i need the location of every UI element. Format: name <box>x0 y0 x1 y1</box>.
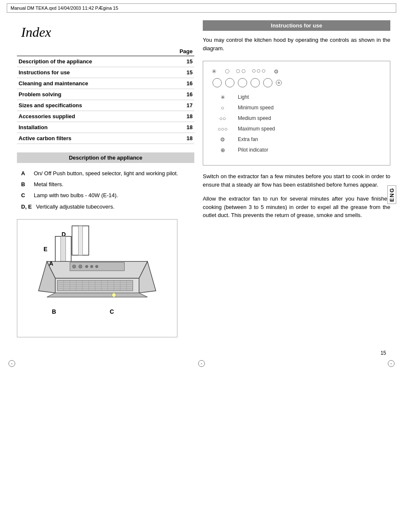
desc-item-text: Lamp with two bulbs - 40W (E-14). <box>34 192 194 199</box>
light-symbol-top: ✳ <box>212 68 217 75</box>
desc-list-item: C Lamp with two bulbs - 40W (E-14). <box>21 192 194 199</box>
desc-list-item: D, E Vertically adjustable tubecovers. <box>21 203 194 211</box>
index-item-label: Active carbon filters <box>17 133 163 144</box>
svg-rect-1 <box>78 226 82 255</box>
main-content: Index Page Description of the appliance1… <box>0 16 403 346</box>
index-item-page: 15 <box>163 67 194 78</box>
index-table-row: Cleaning and maintenance16 <box>17 78 194 89</box>
svg-marker-33 <box>47 293 147 297</box>
legend-item: ⊕ Pilot indicator <box>214 147 379 153</box>
legend-symbol: ○ <box>214 105 231 111</box>
index-table-row: Instructions for use15 <box>17 67 194 78</box>
svg-text:B: B <box>52 308 56 315</box>
index-item-page: 15 <box>163 56 194 67</box>
legend-label: Extra fan <box>238 136 258 142</box>
right-column: Instructions for use You may control the… <box>203 20 390 337</box>
circle-4 <box>251 78 260 87</box>
hood-illustration: D E A <box>17 219 177 337</box>
circle-controls-row <box>208 77 385 92</box>
legend-item: ○○○ Maximum speed <box>214 126 379 132</box>
bottom-marks: + + + <box>0 360 403 371</box>
circle-5 <box>263 78 272 87</box>
index-item-label: Cleaning and maintenance <box>17 78 163 89</box>
page-number: 15 <box>0 346 403 360</box>
circle-6 <box>276 80 282 86</box>
index-item-page: 17 <box>163 100 194 111</box>
legend-item: ○○ Medium speed <box>214 115 379 122</box>
col-header-page: Page <box>163 47 194 56</box>
svg-point-14 <box>90 265 93 268</box>
diagram-box: ✳ ⚙ <box>203 61 390 166</box>
bottom-left-mark: + <box>8 360 15 367</box>
index-item-page: 16 <box>163 89 194 100</box>
fan-symbol-top: ⚙ <box>274 68 279 75</box>
controls-row: ✳ ⚙ <box>208 66 385 76</box>
min-dot <box>225 69 229 73</box>
header-text: Manual DM TEKA.qxd 14/04/2003 11:42 PÆgi… <box>11 5 118 11</box>
diagram-legend: ✳ Light ○ Minimum speed ○○ Medium speed … <box>208 92 385 160</box>
max-dots <box>252 69 265 73</box>
legend-label: Medium speed <box>238 115 271 121</box>
legend-label: Pilot indicator <box>238 147 268 153</box>
index-item-label: Installation <box>17 122 163 133</box>
index-item-label: Accessories supplied <box>17 111 163 122</box>
col-header-section <box>17 47 163 56</box>
index-table-row: Problem solving16 <box>17 89 194 100</box>
svg-point-13 <box>85 265 88 268</box>
desc-item-key: A <box>21 170 30 177</box>
description-section-header: Description of the appliance <box>17 152 194 163</box>
index-table-row: Accessories supplied18 <box>17 111 194 122</box>
page-header: Manual DM TEKA.qxd 14/04/2003 11:42 PÆgi… <box>7 3 396 13</box>
left-column: Index Page Description of the appliance1… <box>17 20 194 337</box>
description-list: A On/ Off Push button, speed selector, l… <box>17 170 194 211</box>
legend-symbol: ⚙ <box>214 136 231 143</box>
instructions-para1: Switch on the extractor fan a few minute… <box>203 172 390 189</box>
svg-point-11 <box>72 265 76 268</box>
circle-2 <box>225 78 234 87</box>
legend-label: Minimum speed <box>238 105 274 111</box>
legend-label: Light <box>238 94 249 100</box>
instructions-header: Instructions for use <box>203 20 390 31</box>
index-item-page: 18 <box>163 111 194 122</box>
index-table: Page Description of the appliance15Instr… <box>17 47 194 144</box>
desc-list-item: A On/ Off Push button, speed selector, l… <box>21 170 194 177</box>
instructions-intro: You may control the kitchen hood by oper… <box>203 36 390 52</box>
legend-item: ⚙ Extra fan <box>214 136 379 143</box>
svg-point-15 <box>95 265 98 268</box>
svg-text:C: C <box>110 308 114 315</box>
svg-text:E: E <box>44 245 47 252</box>
index-item-page: 16 <box>163 78 194 89</box>
legend-symbol: ○○○ <box>214 126 231 132</box>
svg-point-36 <box>112 293 116 297</box>
index-item-label: Instructions for use <box>17 67 163 78</box>
eng-sidebar: ENG <box>387 185 396 204</box>
legend-item: ○ Minimum speed <box>214 105 379 111</box>
index-table-row: Sizes and specifications17 <box>17 100 194 111</box>
index-table-row: Active carbon filters18 <box>17 133 194 144</box>
circle-3 <box>238 78 247 87</box>
circle-1 <box>212 78 222 87</box>
instructions-para2: Allow the extractor fan to run for sever… <box>203 195 390 220</box>
index-item-page: 18 <box>163 133 194 144</box>
bottom-center-mark: + <box>198 360 205 367</box>
desc-item-key: B <box>21 181 30 188</box>
legend-symbol: ⊕ <box>214 147 231 153</box>
index-table-row: Installation18 <box>17 122 194 133</box>
desc-item-text: Metal filters. <box>34 181 194 188</box>
legend-item: ✳ Light <box>214 94 379 100</box>
desc-item-key: D, E <box>21 203 32 211</box>
legend-symbol: ○○ <box>214 115 231 122</box>
index-item-page: 18 <box>163 122 194 133</box>
legend-symbol: ✳ <box>214 94 231 100</box>
legend-label: Maximum speed <box>238 126 275 132</box>
svg-text:A: A <box>49 260 53 267</box>
svg-point-12 <box>79 265 82 268</box>
index-item-label: Sizes and specifications <box>17 100 163 111</box>
med-dots <box>236 69 245 74</box>
index-table-row: Description of the appliance15 <box>17 56 194 67</box>
desc-item-text: Vertically adjustable tubecovers. <box>36 203 194 211</box>
desc-list-item: B Metal filters. <box>21 181 194 188</box>
desc-item-text: On/ Off Push button, speed selector, lig… <box>34 170 194 177</box>
index-item-label: Description of the appliance <box>17 56 163 67</box>
svg-rect-4 <box>61 236 66 264</box>
